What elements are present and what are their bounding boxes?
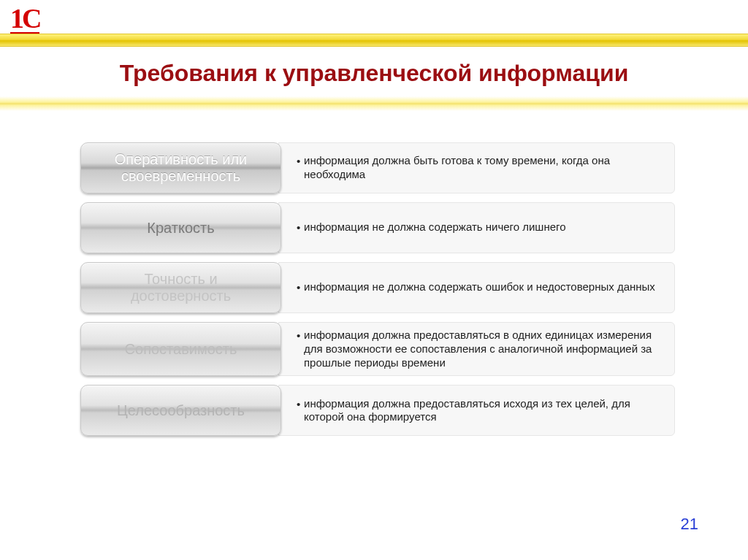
header-stripe [0,34,748,47]
page-number: 21 [681,515,698,534]
bullet-icon: • [297,329,304,343]
requirement-row: Краткость •информация не должна содержат… [80,202,675,253]
requirement-row: Целесообразность •информация должна пред… [80,385,675,436]
requirement-label-text: Сопоставимость [125,341,237,358]
requirement-label-text: Точность и достоверность [93,271,269,304]
requirement-label: Целесообразность [80,385,281,436]
requirement-row: Точность и достоверность •информация не … [80,262,675,313]
requirement-desc: •информация должна быть готова к тому вр… [278,142,675,193]
bullet-icon: • [297,281,304,295]
requirement-desc-text: информация должна быть готова к тому вре… [304,154,661,182]
logo-text: 1С [10,4,39,35]
requirement-row: Сопоставимость •информация должна предос… [80,322,675,376]
requirement-label: Точность и достоверность [80,262,281,313]
requirement-desc: •информация не должна содержать ничего л… [278,202,675,253]
requirement-desc-text: информация не должна содержать ничего ли… [304,220,566,234]
page-title: Требования к управленческой информации [0,60,748,87]
logo: 1С [10,4,39,35]
requirement-row: Оперативность или своевременность •инфор… [80,142,675,193]
bullet-icon: • [297,155,304,169]
requirement-label: Сопоставимость [80,322,281,376]
requirement-desc: •информация должна предоставляться исход… [278,385,675,436]
requirement-desc-text: информация должна предоставляться в одни… [304,329,661,369]
requirement-label-text: Краткость [147,220,214,237]
requirement-label: Краткость [80,202,281,253]
requirement-label: Оперативность или своевременность [80,142,281,193]
sub-header-stripe [0,96,748,111]
requirement-desc: •информация должна предоставляться в одн… [278,322,675,376]
requirement-label-text: Целесообразность [117,402,245,419]
requirement-label-text: Оперативность или своевременность [93,151,269,185]
requirement-desc-text: информация должна предоставляться исходя… [304,397,661,425]
requirement-desc: •информация не должна содержать ошибок и… [278,262,675,313]
requirement-desc-text: информация не должна содержать ошибок и … [304,280,655,294]
bullet-icon: • [297,221,304,235]
bullet-icon: • [297,398,304,412]
requirements-list: Оперативность или своевременность •инфор… [80,142,675,445]
